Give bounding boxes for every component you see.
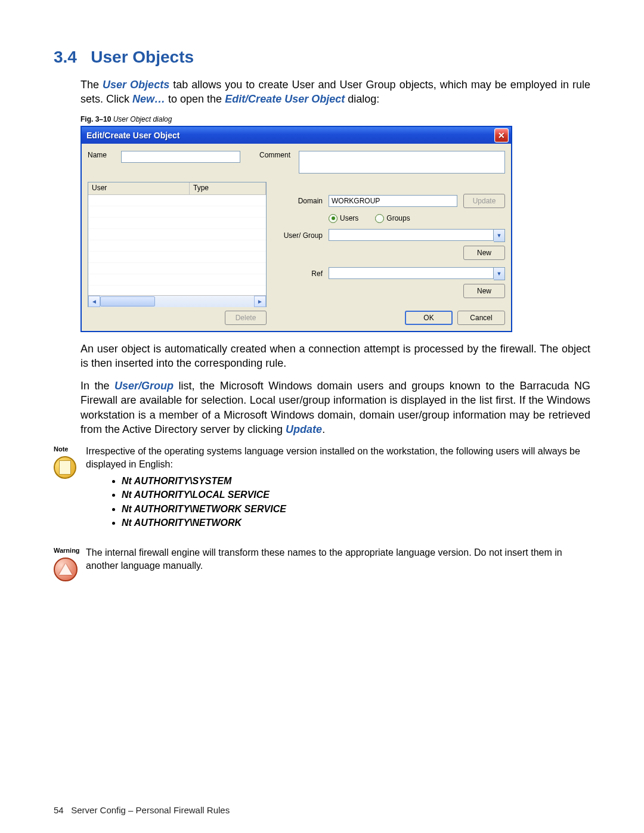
list-rows[interactable] (88, 195, 266, 295)
radio-dot-icon (329, 214, 338, 223)
domain-input[interactable]: WORKGROUP (329, 195, 457, 207)
scroll-thumb[interactable] (100, 296, 155, 306)
warning-tag: Warning (54, 546, 79, 555)
list-item: Nt AUTHORITY\NETWORK SERVICE (122, 503, 590, 516)
usergroup-keyword: User/Group (114, 380, 174, 392)
user-listview[interactable]: User Type ◄ ► (88, 182, 267, 307)
new-usergroup-button[interactable]: New (463, 246, 505, 260)
paragraph-auto-create: An user object is automatically created … (80, 342, 590, 371)
comment-input[interactable] (299, 151, 505, 174)
section-title-text: User Objects (91, 48, 194, 66)
note-callout: Note Irrespective of the operating syste… (54, 445, 590, 531)
new-keyword: New… (132, 93, 165, 105)
authority-list: Nt AUTHORITY\SYSTEM Nt AUTHORITY\LOCAL S… (122, 475, 590, 529)
usergroup-combo[interactable]: ▼ (329, 229, 505, 242)
comment-label: Comment (259, 151, 290, 174)
update-button[interactable]: Update (463, 194, 505, 208)
list-col-type[interactable]: Type (190, 182, 266, 194)
new-ref-button[interactable]: New (463, 284, 505, 298)
horizontal-scrollbar[interactable]: ◄ ► (88, 295, 266, 307)
cancel-button[interactable]: Cancel (457, 311, 505, 325)
edit-create-user-object-dialog: Edit/Create User Object ✕ Name Comment U… (80, 126, 512, 332)
delete-button[interactable]: Delete (225, 311, 267, 325)
name-input[interactable] (121, 151, 240, 163)
note-icon (52, 455, 78, 481)
ref-combo[interactable]: ▼ (329, 267, 505, 280)
list-col-user[interactable]: User (88, 182, 190, 194)
chevron-down-icon[interactable]: ▼ (494, 229, 505, 242)
scroll-right-icon[interactable]: ► (254, 296, 266, 307)
figure-caption: Fig. 3–10 User Object dialog (80, 115, 590, 123)
page-footer: 54 Server Config – Personal Firewall Rul… (54, 805, 230, 815)
scroll-left-icon[interactable]: ◄ (88, 296, 100, 307)
page-number: 54 (54, 805, 64, 815)
paragraph-usergroup: In the User/Group list, the Microsoft Wi… (80, 379, 590, 436)
chevron-down-icon[interactable]: ▼ (494, 267, 505, 280)
name-label: Name (88, 151, 113, 174)
close-icon[interactable]: ✕ (494, 128, 509, 143)
domain-label: Domain (275, 197, 323, 205)
list-item: Nt AUTHORITY\LOCAL SERVICE (122, 488, 590, 501)
warning-text: The internal firewall engine will transf… (86, 546, 590, 581)
section-number: 3.4 (54, 48, 77, 66)
radio-dot-icon (375, 214, 384, 223)
note-tag: Note (54, 445, 79, 454)
user-objects-keyword: User Objects (103, 79, 169, 91)
groups-radio[interactable]: Groups (375, 214, 410, 223)
warning-icon (54, 558, 78, 581)
list-item: Nt AUTHORITY\SYSTEM (122, 475, 590, 488)
edit-create-keyword: Edit/Create User Object (225, 93, 345, 105)
section-heading: 3.4 User Objects (54, 48, 590, 67)
footer-text: Server Config – Personal Firewall Rules (71, 805, 230, 815)
users-radio[interactable]: Users (329, 214, 358, 223)
ref-label: Ref (275, 270, 323, 278)
intro-paragraph: The User Objects tab allows you to creat… (80, 78, 590, 107)
list-item: Nt AUTHORITY\NETWORK (122, 516, 590, 529)
ok-button[interactable]: OK (405, 311, 453, 325)
warning-callout: Warning The internal firewall engine wil… (54, 546, 590, 581)
dialog-titlebar[interactable]: Edit/Create User Object ✕ (82, 127, 511, 144)
note-text: Irrespective of the operating systems la… (86, 445, 590, 470)
update-keyword: Update (286, 423, 322, 435)
dialog-title: Edit/Create User Object (86, 131, 179, 140)
usergroup-label: User/ Group (275, 231, 323, 240)
